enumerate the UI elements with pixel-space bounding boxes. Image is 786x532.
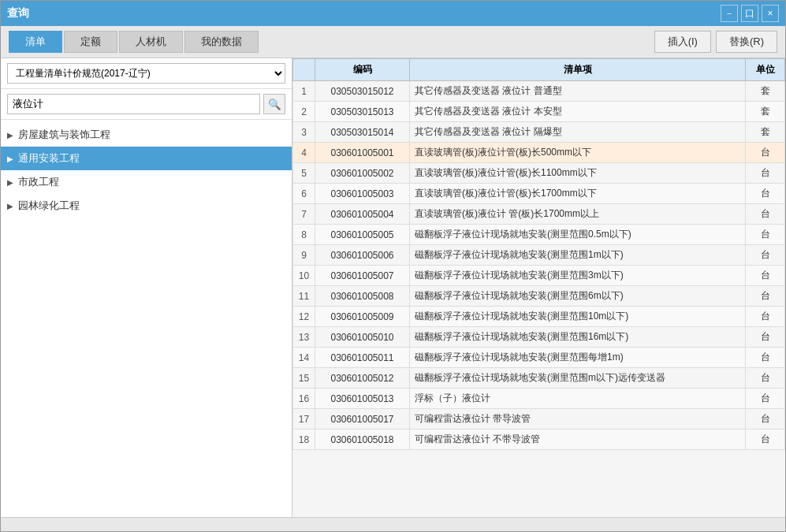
- table-row[interactable]: 5 030601005002 直读玻璃管(板)液位计管(板)长1100mm以下 …: [293, 163, 785, 184]
- table-row[interactable]: 9 030601005006 磁翻板浮子液位计现场就地安装(测里范围1m以下) …: [293, 245, 785, 266]
- col-code: 编码: [315, 59, 410, 81]
- row-item: 直读玻璃管(板)液位计管(板)长500mm以下: [410, 143, 746, 163]
- table-row[interactable]: 3 030503015014 其它传感器及变送器 液位计 隔爆型 套: [293, 122, 785, 143]
- row-code: 030601005008: [315, 286, 410, 307]
- table-row[interactable]: 8 030601005005 磁翻板浮子液位计现场就地安装(测里范围0.5m以下…: [293, 225, 785, 245]
- right-panel: 编码 清单项 单位 1 030503015012 其它传感器及变送器 液位计 普…: [292, 58, 785, 517]
- data-table: 编码 清单项 单位 1 030503015012 其它传感器及变送器 液位计 普…: [292, 58, 785, 450]
- status-bar: [1, 517, 785, 531]
- tab-qingdan[interactable]: 清单: [9, 31, 62, 53]
- row-item: 其它传感器及变送器 液位计 普通型: [410, 81, 746, 102]
- row-num: 13: [293, 327, 315, 348]
- title-bar: 查询 － 口 ×: [1, 1, 785, 26]
- tree-item-housing[interactable]: ▶ 房屋建筑与装饰工程: [1, 123, 292, 147]
- row-item: 可编程雷达液位计 带导波管: [410, 409, 746, 430]
- tab-mydata[interactable]: 我的数据: [184, 31, 259, 53]
- toolbar: 清单 定额 人材机 我的数据 插入(I) 替换(R): [1, 26, 785, 58]
- row-item: 直读玻璃管(板)液位计 管(板)长1700mm以上: [410, 204, 746, 225]
- col-unit: 单位: [746, 59, 785, 81]
- search-icon: 🔍: [268, 99, 281, 110]
- dropdown-container: 工程量清单计价规范(2017-辽宁): [1, 58, 292, 89]
- tab-rencaiji[interactable]: 人材机: [119, 31, 183, 53]
- table-row[interactable]: 11 030601005008 磁翻板浮子液位计现场就地安装(测里范围6m以下)…: [293, 286, 785, 307]
- row-num: 10: [293, 266, 315, 286]
- row-unit: 台: [746, 143, 785, 163]
- tree-item-municipal[interactable]: ▶ 市政工程: [1, 170, 292, 194]
- tree-label-general: 通用安装工程: [18, 151, 80, 166]
- row-code: 030601005002: [315, 163, 410, 184]
- row-num: 11: [293, 286, 315, 307]
- table-row[interactable]: 7 030601005004 直读玻璃管(板)液位计 管(板)长1700mm以上…: [293, 204, 785, 225]
- tree-container: ▶ 房屋建筑与装饰工程 ▶ 通用安装工程 ▶ 市政工程 ▶ 园林绿化工程: [1, 120, 292, 517]
- main-window: 查询 － 口 × 清单 定额 人材机 我的数据 插入(I) 替换(R) 工程量清…: [0, 0, 786, 532]
- row-unit: 套: [746, 122, 785, 143]
- table-row[interactable]: 1 030503015012 其它传感器及变送器 液位计 普通型 套: [293, 81, 785, 102]
- table-row[interactable]: 15 030601005012 磁翻板浮子液位计现场就地安装(测里范围m以下)远…: [293, 368, 785, 389]
- row-num: 14: [293, 348, 315, 368]
- row-num: 3: [293, 122, 315, 143]
- row-num: 1: [293, 81, 315, 102]
- row-item: 磁翻板浮子液位计现场就地安装(测里范围m以下)远传变送器: [410, 368, 746, 389]
- table-row[interactable]: 2 030503015013 其它传感器及变送器 液位计 本安型 套: [293, 102, 785, 122]
- tree-arrow-active: ▶: [7, 154, 13, 163]
- minimize-button[interactable]: －: [721, 5, 738, 22]
- row-unit: 台: [746, 184, 785, 204]
- row-item: 可编程雷达液位计 不带导波管: [410, 430, 746, 450]
- table-row[interactable]: 12 030601005009 磁翻板浮子液位计现场就地安装(测里范围10m以下…: [293, 307, 785, 327]
- table-row[interactable]: 16 030601005013 浮标（子）液位计 台: [293, 389, 785, 409]
- close-button[interactable]: ×: [762, 5, 779, 22]
- row-code: 030601005010: [315, 327, 410, 348]
- tree-item-general-install[interactable]: ▶ 通用安装工程: [1, 147, 292, 170]
- row-item: 磁翻板浮子液位计现场就地安装(测里范围1m以下): [410, 245, 746, 266]
- row-num: 17: [293, 409, 315, 430]
- table-row[interactable]: 4 030601005001 直读玻璃管(板)液位计管(板)长500mm以下 台: [293, 143, 785, 163]
- tree-arrow-municipal: ▶: [7, 178, 13, 187]
- row-code: 030503015014: [315, 122, 410, 143]
- row-code: 030601005009: [315, 307, 410, 327]
- table-row[interactable]: 13 030601005010 磁翻板浮子液位计现场就地安装(测里范围16m以下…: [293, 327, 785, 348]
- row-unit: 台: [746, 204, 785, 225]
- table-row[interactable]: 6 030601005003 直读玻璃管(板)液位计管(板)长1700mm以下 …: [293, 184, 785, 204]
- row-unit: 台: [746, 409, 785, 430]
- window-controls: － 口 ×: [721, 5, 779, 22]
- row-num: 16: [293, 389, 315, 409]
- row-item: 磁翻板浮子液位计现场就地安装(测里范围每增1m): [410, 348, 746, 368]
- row-unit: 台: [746, 225, 785, 245]
- tab-container: 清单 定额 人材机 我的数据: [9, 31, 648, 53]
- table-row[interactable]: 18 030601005018 可编程雷达液位计 不带导波管 台: [293, 430, 785, 450]
- row-code: 030601005011: [315, 348, 410, 368]
- search-container: 🔍: [1, 89, 292, 120]
- row-code: 030601005005: [315, 225, 410, 245]
- row-num: 8: [293, 225, 315, 245]
- table-row[interactable]: 17 030601005017 可编程雷达液位计 带导波管 台: [293, 409, 785, 430]
- row-num: 5: [293, 163, 315, 184]
- table-container[interactable]: 编码 清单项 单位 1 030503015012 其它传感器及变送器 液位计 普…: [292, 58, 785, 517]
- table-row[interactable]: 10 030601005007 磁翻板浮子液位计现场就地安装(测里范围3m以下)…: [293, 266, 785, 286]
- row-unit: 台: [746, 245, 785, 266]
- search-input[interactable]: [7, 94, 260, 114]
- row-unit: 套: [746, 81, 785, 102]
- toolbar-buttons: 插入(I) 替换(R): [654, 31, 777, 53]
- row-code: 030601005006: [315, 245, 410, 266]
- row-num: 12: [293, 307, 315, 327]
- row-code: 030601005017: [315, 409, 410, 430]
- row-code: 030601005018: [315, 430, 410, 450]
- replace-button[interactable]: 替换(R): [716, 31, 777, 53]
- tab-dinge[interactable]: 定额: [64, 31, 117, 53]
- row-num: 6: [293, 184, 315, 204]
- row-item: 浮标（子）液位计: [410, 389, 746, 409]
- row-code: 030503015013: [315, 102, 410, 122]
- maximize-button[interactable]: 口: [741, 5, 758, 22]
- table-row[interactable]: 14 030601005011 磁翻板浮子液位计现场就地安装(测里范围每增1m)…: [293, 348, 785, 368]
- row-code: 030601005007: [315, 266, 410, 286]
- row-item: 磁翻板浮子液位计现场就地安装(测里范围6m以下): [410, 286, 746, 307]
- tree-label-municipal: 市政工程: [18, 175, 59, 189]
- row-unit: 台: [746, 327, 785, 348]
- row-code: 030601005003: [315, 184, 410, 204]
- standard-dropdown[interactable]: 工程量清单计价规范(2017-辽宁): [7, 63, 285, 84]
- row-code: 030601005013: [315, 389, 410, 409]
- row-num: 2: [293, 102, 315, 122]
- search-button[interactable]: 🔍: [263, 94, 285, 114]
- tree-item-garden[interactable]: ▶ 园林绿化工程: [1, 194, 292, 218]
- insert-button[interactable]: 插入(I): [654, 31, 711, 53]
